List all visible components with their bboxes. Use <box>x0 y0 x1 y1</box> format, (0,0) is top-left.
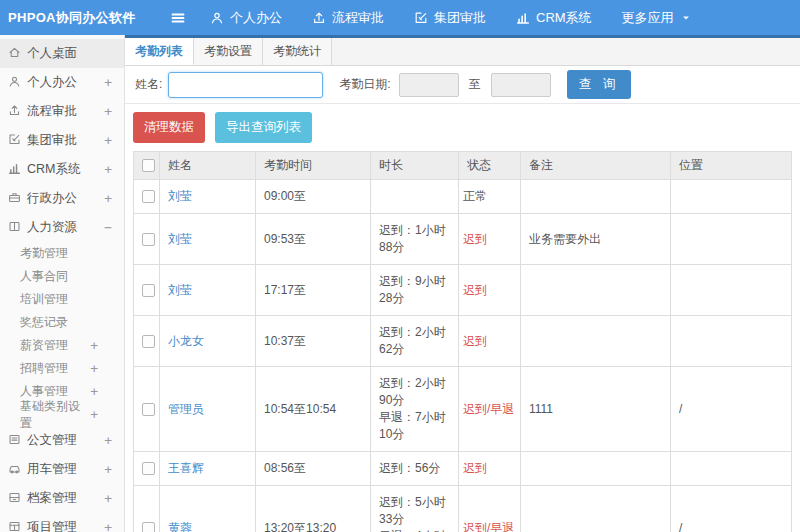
sidebar-subitem-7-6[interactable]: 招聘管理+ <box>0 357 124 380</box>
cell-remark: 1111 <box>521 367 671 452</box>
sidebar-item-6[interactable]: 行政办公+ <box>0 184 124 213</box>
row-checkbox[interactable] <box>142 190 155 203</box>
employee-name-link[interactable]: 刘莹 <box>168 232 192 246</box>
tab-2[interactable]: 考勤设置 <box>194 38 263 65</box>
name-filter-input[interactable] <box>168 72 323 98</box>
topnav-item-2[interactable]: 流程审批 <box>312 9 384 27</box>
cell-name: 刘莹 <box>160 214 256 265</box>
cell-duration: 迟到：9小时28分 <box>371 265 459 316</box>
expand-icon[interactable]: + <box>90 407 98 422</box>
sidebar-item-2[interactable]: 个人办公+ <box>0 68 124 97</box>
expand-icon[interactable]: + <box>90 384 98 399</box>
column-header: 位置 <box>671 152 792 180</box>
table-row: 王喜辉08:56至迟到：56分迟到 <box>134 452 792 486</box>
sidebar-item-9[interactable]: 用车管理+ <box>0 455 124 484</box>
date-to-label: 至 <box>469 76 481 93</box>
sidebar-item-11[interactable]: 项目管理+ <box>0 513 124 532</box>
cell-duration: 迟到：2小时62分 <box>371 316 459 367</box>
table-row: 刘莹09:53至迟到：1小时88分迟到业务需要外出 <box>134 214 792 265</box>
cell-location <box>671 316 792 367</box>
employee-name-link[interactable]: 刘莹 <box>168 283 192 297</box>
export-list-button[interactable]: 导出查询列表 <box>215 112 312 143</box>
sidebar-item-7[interactable]: 人力资源− <box>0 213 124 242</box>
sidebar-subitem-7-2[interactable]: 人事合同 <box>0 265 124 288</box>
expand-icon[interactable]: + <box>104 104 112 119</box>
clean-data-button[interactable]: 清理数据 <box>133 112 205 143</box>
cell-location: / <box>671 486 792 532</box>
expand-icon[interactable]: + <box>104 462 112 477</box>
row-checkbox[interactable] <box>142 462 155 475</box>
expand-icon[interactable]: + <box>90 338 98 353</box>
row-checkbox[interactable] <box>142 233 155 246</box>
cell-remark <box>521 180 671 214</box>
sidebar-subitem-7-4[interactable]: 奖惩记录 <box>0 311 124 334</box>
sidebar-subitem-7-1[interactable]: 考勤管理 <box>0 242 124 265</box>
date-from-input[interactable] <box>399 73 459 97</box>
table-row: 小龙女10:37至迟到：2小时62分迟到 <box>134 316 792 367</box>
cell-remark <box>521 486 671 532</box>
date-to-input[interactable] <box>491 73 551 97</box>
row-checkbox[interactable] <box>142 335 155 348</box>
sidebar-subitem-label: 招聘管理 <box>20 360 68 377</box>
sidebar-subitem-7-8[interactable]: 基础类别设置+ <box>0 403 124 426</box>
topnav-item-1[interactable]: 个人办公 <box>210 9 282 27</box>
row-checkbox[interactable] <box>142 284 155 297</box>
search-button[interactable]: 查 询 <box>567 70 631 99</box>
select-all-checkbox[interactable] <box>142 159 155 172</box>
row-checkbox[interactable] <box>142 403 155 416</box>
sidebar-item-1[interactable]: 个人桌面 <box>0 39 124 68</box>
expand-icon[interactable]: + <box>104 491 112 506</box>
expand-icon[interactable]: − <box>104 220 112 235</box>
expand-icon[interactable]: + <box>104 75 112 90</box>
project-icon <box>8 520 21 532</box>
sidebar-subitem-7-3[interactable]: 培训管理 <box>0 288 124 311</box>
sidebar-subitem-label: 人事合同 <box>20 268 68 285</box>
cell-name: 管理员 <box>160 367 256 452</box>
sidebar-icon-wrap <box>8 162 21 178</box>
column-header: 考勤时间 <box>256 152 371 180</box>
edit-icon <box>8 133 21 146</box>
sidebar-subitem-label: 考勤管理 <box>20 245 68 262</box>
cell-status: 迟到/早退 <box>459 367 521 452</box>
topnav-item-5[interactable]: 更多应用 <box>622 9 692 27</box>
menu-toggle[interactable] <box>170 10 186 26</box>
cell-checkbox <box>134 265 160 316</box>
table-header-row: 姓名考勤时间时长状态备注位置 <box>134 152 792 180</box>
main-layout: 个人桌面个人办公+流程审批+集团审批+CRM系统+行政办公+人力资源−考勤管理人… <box>0 35 800 532</box>
content-area: 考勤列表考勤设置考勤统计 姓名: 考勤日期: 至 查 询 清理数据 导出查询列表… <box>125 35 800 532</box>
expand-icon[interactable]: + <box>90 361 98 376</box>
cell-location <box>671 180 792 214</box>
tab-1[interactable]: 考勤列表 <box>125 38 194 65</box>
cell-time: 09:00至 <box>256 180 371 214</box>
row-checkbox[interactable] <box>142 522 155 532</box>
sidebar-item-3[interactable]: 流程审批+ <box>0 97 124 126</box>
sidebar-subitem-7-5[interactable]: 薪资管理+ <box>0 334 124 357</box>
sidebar-icon-wrap <box>8 104 21 120</box>
sidebar-item-10[interactable]: 档案管理+ <box>0 484 124 513</box>
sidebar-item-label: 人力资源 <box>27 219 77 236</box>
employee-name-link[interactable]: 王喜辉 <box>168 461 204 475</box>
employee-name-link[interactable]: 刘莹 <box>168 189 192 203</box>
cell-status: 迟到 <box>459 265 521 316</box>
topnav-item-3[interactable]: 集团审批 <box>414 9 486 27</box>
sidebar-item-5[interactable]: CRM系统+ <box>0 155 124 184</box>
employee-name-link[interactable]: 小龙女 <box>168 334 204 348</box>
share-icon <box>312 11 326 25</box>
expand-icon[interactable]: + <box>104 191 112 206</box>
expand-icon[interactable]: + <box>104 133 112 148</box>
car-icon <box>8 462 21 475</box>
tab-3[interactable]: 考勤统计 <box>263 38 332 65</box>
sidebar-item-label: 个人办公 <box>27 74 77 91</box>
employee-name-link[interactable]: 黄蓉 <box>168 521 192 532</box>
user-icon <box>210 11 224 25</box>
expand-icon[interactable]: + <box>104 162 112 177</box>
topnav-item-4[interactable]: CRM系统 <box>516 9 592 27</box>
employee-name-link[interactable]: 管理员 <box>168 402 204 416</box>
cell-time: 08:56至 <box>256 452 371 486</box>
sidebar-icon-wrap <box>8 133 21 149</box>
expand-icon[interactable]: + <box>104 433 112 448</box>
expand-icon[interactable]: + <box>104 520 112 532</box>
sidebar-item-label: 集团审批 <box>27 132 77 149</box>
cell-name: 小龙女 <box>160 316 256 367</box>
sidebar-item-4[interactable]: 集团审批+ <box>0 126 124 155</box>
